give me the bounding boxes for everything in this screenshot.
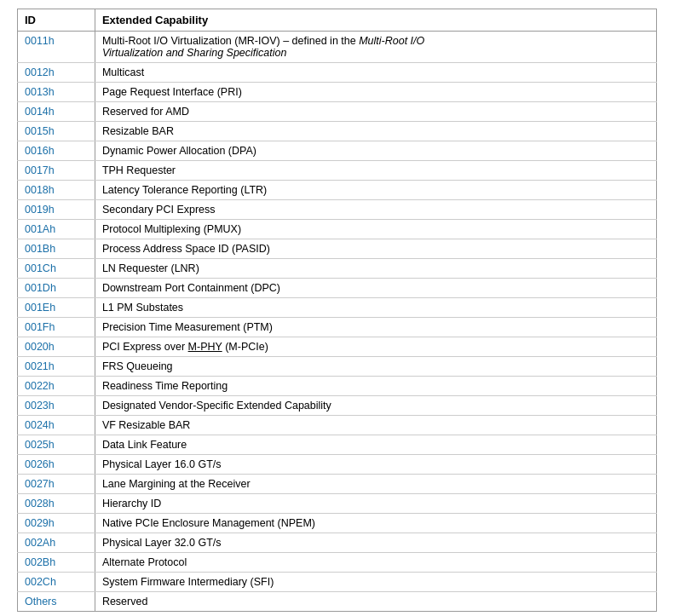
table-row: 0021hFRS Queueing bbox=[18, 357, 657, 377]
cell-id: 0026h bbox=[18, 455, 95, 475]
cell-capability: Resizable BAR bbox=[95, 122, 656, 141]
cell-id: 002Ch bbox=[18, 573, 95, 592]
cell-id: 0016h bbox=[18, 141, 95, 161]
table-row: 0023hDesignated Vendor-Specific Extended… bbox=[18, 396, 657, 416]
table-row: 002ChSystem Firmware Intermediary (SFI) bbox=[18, 573, 657, 592]
cell-id: 001Dh bbox=[18, 279, 95, 298]
cell-id: 001Ah bbox=[18, 220, 95, 239]
cell-capability: Designated Vendor-Specific Extended Capa… bbox=[95, 396, 656, 416]
cell-id: 0025h bbox=[18, 435, 95, 455]
table-row: 001EhL1 PM Substates bbox=[18, 298, 657, 318]
cell-id: Others bbox=[18, 592, 95, 612]
table-row: 0024hVF Resizable BAR bbox=[18, 416, 657, 435]
cell-capability: Data Link Feature bbox=[95, 435, 656, 455]
table-row: 0011hMulti-Root I/O Virtualization (MR-I… bbox=[18, 32, 657, 63]
cell-capability: Hierarchy ID bbox=[95, 494, 656, 514]
cell-capability: Process Address Space ID (PASID) bbox=[95, 239, 656, 259]
table-row: 001FhPrecision Time Measurement (PTM) bbox=[18, 318, 657, 337]
cell-id: 0013h bbox=[18, 83, 95, 102]
cell-capability: Reserved bbox=[95, 592, 656, 612]
cell-id: 0018h bbox=[18, 181, 95, 200]
cell-capability: Multi-Root I/O Virtualization (MR-IOV) –… bbox=[95, 32, 656, 63]
cell-capability: Page Request Interface (PRI) bbox=[95, 83, 656, 102]
cell-id: 0011h bbox=[18, 32, 95, 63]
cell-capability: FRS Queueing bbox=[95, 357, 656, 377]
table-row: 0025hData Link Feature bbox=[18, 435, 657, 455]
table-row: 0016hDynamic Power Allocation (DPA) bbox=[18, 141, 657, 161]
cell-capability: Readiness Time Reporting bbox=[95, 377, 656, 396]
cell-id: 001Fh bbox=[18, 318, 95, 337]
cell-id: 0015h bbox=[18, 122, 95, 141]
cell-id: 002Bh bbox=[18, 553, 95, 573]
table-row: 0018hLatency Tolerance Reporting (LTR) bbox=[18, 181, 657, 200]
table-row: 0029hNative PCIe Enclosure Management (N… bbox=[18, 514, 657, 533]
cell-id: 0014h bbox=[18, 102, 95, 122]
cell-capability: Reserved for AMD bbox=[95, 102, 656, 122]
cell-capability: Secondary PCI Express bbox=[95, 200, 656, 220]
cell-capability: Dynamic Power Allocation (DPA) bbox=[95, 141, 656, 161]
cell-capability: VF Resizable BAR bbox=[95, 416, 656, 435]
cell-capability: L1 PM Substates bbox=[95, 298, 656, 318]
cell-capability: Downstream Port Containment (DPC) bbox=[95, 279, 656, 298]
table-row: 002BhAlternate Protocol bbox=[18, 553, 657, 573]
cell-id: 0024h bbox=[18, 416, 95, 435]
cell-capability: System Firmware Intermediary (SFI) bbox=[95, 573, 656, 592]
table-row: 001ChLN Requester (LNR) bbox=[18, 259, 657, 279]
table-row: 0015hResizable BAR bbox=[18, 122, 657, 141]
cell-capability: Protocol Multiplexing (PMUX) bbox=[95, 220, 656, 239]
cell-capability: Native PCIe Enclosure Management (NPEM) bbox=[95, 514, 656, 533]
cell-id: 002Ah bbox=[18, 533, 95, 553]
cell-capability: LN Requester (LNR) bbox=[95, 259, 656, 279]
table-row: 001DhDownstream Port Containment (DPC) bbox=[18, 279, 657, 298]
table-row: OthersReserved bbox=[18, 592, 657, 612]
table-row: 0028hHierarchy ID bbox=[18, 494, 657, 514]
cell-id: 0017h bbox=[18, 161, 95, 181]
cell-id: 0012h bbox=[18, 63, 95, 83]
table-row: 0019hSecondary PCI Express bbox=[18, 200, 657, 220]
table-row: 0022hReadiness Time Reporting bbox=[18, 377, 657, 396]
col-header-capability: Extended Capability bbox=[95, 9, 656, 32]
cell-capability: PCI Express over M-PHY (M-PCIe) bbox=[95, 337, 656, 357]
cell-id: 0021h bbox=[18, 357, 95, 377]
cell-capability: TPH Requester bbox=[95, 161, 656, 181]
cell-id: 0027h bbox=[18, 475, 95, 494]
table-row: 0013hPage Request Interface (PRI) bbox=[18, 83, 657, 102]
cell-capability: Latency Tolerance Reporting (LTR) bbox=[95, 181, 656, 200]
table-row: 001AhProtocol Multiplexing (PMUX) bbox=[18, 220, 657, 239]
cell-id: 0020h bbox=[18, 337, 95, 357]
cell-id: 001Bh bbox=[18, 239, 95, 259]
cell-id: 001Ch bbox=[18, 259, 95, 279]
cell-id: 0029h bbox=[18, 514, 95, 533]
col-header-id: ID bbox=[18, 9, 95, 32]
cell-capability: Lane Margining at the Receiver bbox=[95, 475, 656, 494]
table-row: 002AhPhysical Layer 32.0 GT/s bbox=[18, 533, 657, 553]
table-row: 0020hPCI Express over M-PHY (M-PCIe) bbox=[18, 337, 657, 357]
capabilities-table: ID Extended Capability 0011hMulti-Root I… bbox=[17, 9, 657, 612]
table-row: 0012hMulticast bbox=[18, 63, 657, 83]
cell-capability: Physical Layer 32.0 GT/s bbox=[95, 533, 656, 553]
cell-capability: Multicast bbox=[95, 63, 656, 83]
cell-id: 0028h bbox=[18, 494, 95, 514]
table-row: 001BhProcess Address Space ID (PASID) bbox=[18, 239, 657, 259]
cell-capability: Precision Time Measurement (PTM) bbox=[95, 318, 656, 337]
cell-id: 0019h bbox=[18, 200, 95, 220]
cell-capability: Alternate Protocol bbox=[95, 553, 656, 573]
cell-id: 0023h bbox=[18, 396, 95, 416]
table-row: 0027hLane Margining at the Receiver bbox=[18, 475, 657, 494]
cell-id: 001Eh bbox=[18, 298, 95, 318]
cell-capability: Physical Layer 16.0 GT/s bbox=[95, 455, 656, 475]
cell-id: 0022h bbox=[18, 377, 95, 396]
table-row: 0026hPhysical Layer 16.0 GT/s bbox=[18, 455, 657, 475]
table-row: 0014hReserved for AMD bbox=[18, 102, 657, 122]
table-row: 0017hTPH Requester bbox=[18, 161, 657, 181]
